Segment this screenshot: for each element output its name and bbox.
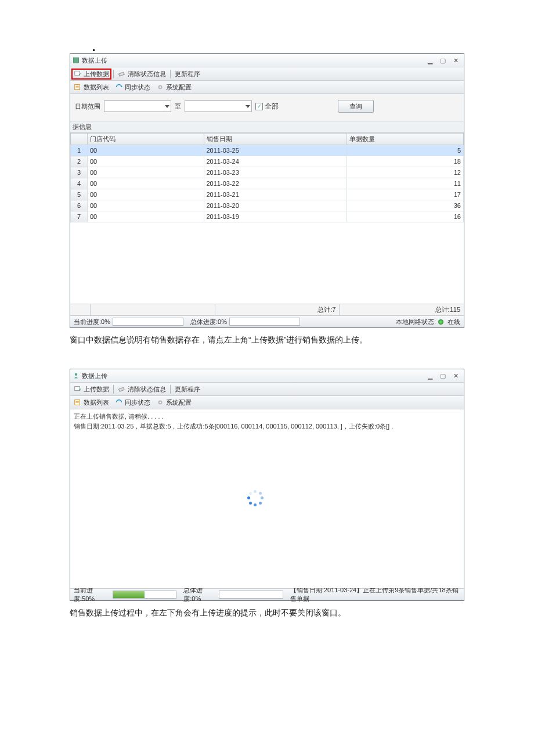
check-icon: ✓ <box>255 103 263 110</box>
toolbar-secondary: 数据列表 同步状态 系统配置 <box>70 396 464 409</box>
cur-progress-track <box>113 591 177 599</box>
upload-data-button[interactable]: 上传数据 <box>72 69 111 79</box>
clear-status-button[interactable]: 清除状态信息 <box>116 69 168 79</box>
toolbar-primary: 上传数据 清除状态信息 更新程序 <box>70 383 464 396</box>
data-table: 门店代码 销售日期 单据数量 1002011-03-255 2002011-03… <box>70 133 464 222</box>
cur-progress-track <box>113 318 183 326</box>
upload-data-button[interactable]: 上传数据 <box>72 384 111 394</box>
log-line: 正在上传销售数据, 请稍候. . . . . <box>74 412 460 422</box>
col-date[interactable]: 销售日期 <box>204 134 347 145</box>
data-list-tab[interactable]: 数据列表 <box>72 398 111 408</box>
minimize-button[interactable]: ▁ <box>424 56 436 64</box>
svg-point-15 <box>160 402 161 404</box>
table-row[interactable]: 3002011-03-2312 <box>71 167 464 178</box>
system-config-tab[interactable]: 系统配置 <box>154 82 193 92</box>
current-progress: 当前进度:0% <box>70 318 187 326</box>
all-checkbox[interactable]: ✓ 全部 <box>255 102 279 111</box>
window-title: 数据上传 <box>82 56 423 65</box>
list-icon <box>74 83 82 91</box>
chevron-down-icon <box>246 105 250 108</box>
config-label: 系统配置 <box>166 398 192 407</box>
table-empty-area <box>70 222 464 304</box>
sum-count: 总计:7 <box>215 304 340 315</box>
close-button[interactable]: ✕ <box>450 372 461 380</box>
table-row[interactable]: 6002011-03-2036 <box>71 200 464 211</box>
upload-label: 上传数据 <box>84 70 109 78</box>
table-row[interactable]: 7002011-03-1916 <box>71 211 464 222</box>
svg-rect-0 <box>74 58 79 63</box>
globe-icon <box>438 319 443 325</box>
table-row[interactable]: 2002011-03-2418 <box>71 156 464 167</box>
date-to-select[interactable] <box>185 100 252 112</box>
search-button[interactable]: 查询 <box>338 100 374 113</box>
update-label: 更新程序 <box>175 385 200 394</box>
sync-status-tab[interactable]: 同步状态 <box>113 82 152 92</box>
filter-bar: 日期范围 至 ✓ 全部 查询 <box>70 94 464 121</box>
update-label: 更新程序 <box>175 70 200 78</box>
upload-icon <box>74 70 82 78</box>
table-row[interactable]: 5002011-03-2117 <box>71 189 464 200</box>
net-label: 本地网络状态: <box>396 318 436 326</box>
search-label: 查询 <box>349 102 362 111</box>
sum-qty: 总计:115 <box>339 304 464 315</box>
table-header-row: 门店代码 销售日期 单据数量 <box>71 134 464 145</box>
clear-status-button[interactable]: 清除状态信息 <box>116 384 168 394</box>
svg-point-7 <box>160 87 161 88</box>
toolbar-primary: 上传数据 清除状态信息 更新程序 <box>70 67 464 81</box>
gear-icon <box>156 83 164 91</box>
upload-label: 上传数据 <box>84 385 109 394</box>
chevron-down-icon <box>165 105 169 108</box>
to-label: 至 <box>175 102 181 111</box>
caption-text: 销售数据上传过程中，在左下角会有上传进度的提示，此时不要关闭该窗口。 <box>70 608 464 618</box>
date-from-select[interactable] <box>104 100 171 112</box>
total-progress-track <box>229 318 300 326</box>
svg-point-8 <box>75 373 78 376</box>
network-status: 本地网络状态: 在线 <box>392 318 464 326</box>
window-data-upload-progress: 数据上传 ▁ ▢ ✕ 上传数据 清除状态信息 更新程序 数据列表 同步状态 系统 <box>70 369 464 601</box>
cur-progress-label: 当前进度:0% <box>74 318 110 326</box>
total-progress: 总体进度:0% <box>187 318 304 326</box>
sync-icon <box>115 83 123 91</box>
maximize-button[interactable]: ▢ <box>437 372 449 380</box>
page-marker <box>93 49 95 51</box>
date-range-label: 日期范围 <box>75 102 100 111</box>
total-progress-label: 总体进度:0% <box>183 586 217 603</box>
list-label: 数据列表 <box>84 398 109 407</box>
clear-label: 清除状态信息 <box>128 385 166 394</box>
data-list-tab[interactable]: 数据列表 <box>72 82 111 92</box>
col-store[interactable]: 门店代码 <box>88 134 204 145</box>
col-rownum[interactable] <box>71 134 88 145</box>
status-message: 【销售日期:2011-03-24】正在上传第9条销售单据/共18条销售单据 <box>287 586 464 603</box>
all-label: 全部 <box>265 102 279 111</box>
loading-spinner-icon <box>247 490 264 506</box>
table-row[interactable]: 1002011-03-255 <box>71 145 464 156</box>
table-row[interactable]: 4002011-03-2211 <box>71 178 464 189</box>
titlebar[interactable]: 数据上传 ▁ ▢ ✕ <box>70 54 464 67</box>
section-header: 据信息 <box>70 121 464 133</box>
minimize-button[interactable]: ▁ <box>424 372 436 380</box>
sync-label: 同步状态 <box>125 398 150 407</box>
sync-status-tab[interactable]: 同步状态 <box>113 398 152 408</box>
toolbar-sep <box>113 385 114 394</box>
window-data-upload: 数据上传 ▁ ▢ ✕ 上传数据 清除状态信息 更新程序 数据列表 同步状态 系统 <box>70 53 464 328</box>
maximize-button[interactable]: ▢ <box>437 56 449 64</box>
update-program-button[interactable]: 更新程序 <box>173 69 202 79</box>
current-progress: 当前进度:50% <box>70 586 180 603</box>
list-icon <box>74 398 82 406</box>
close-button[interactable]: ✕ <box>450 56 461 64</box>
toolbar-sep <box>170 70 171 78</box>
upload-icon <box>74 385 82 393</box>
col-qty[interactable]: 单据数量 <box>347 134 464 145</box>
online-label: 在线 <box>448 318 460 326</box>
system-config-tab[interactable]: 系统配置 <box>154 398 193 408</box>
toolbar-secondary: 数据列表 同步状态 系统配置 <box>70 81 464 94</box>
sync-label: 同步状态 <box>125 83 150 92</box>
app-icon <box>73 372 80 379</box>
gear-icon <box>156 398 164 406</box>
update-program-button[interactable]: 更新程序 <box>173 384 202 394</box>
total-progress-track <box>219 591 283 599</box>
toolbar-sep <box>113 70 114 78</box>
toolbar-sep <box>170 385 171 394</box>
titlebar[interactable]: 数据上传 ▁ ▢ ✕ <box>70 369 464 383</box>
eraser-icon <box>118 385 126 393</box>
